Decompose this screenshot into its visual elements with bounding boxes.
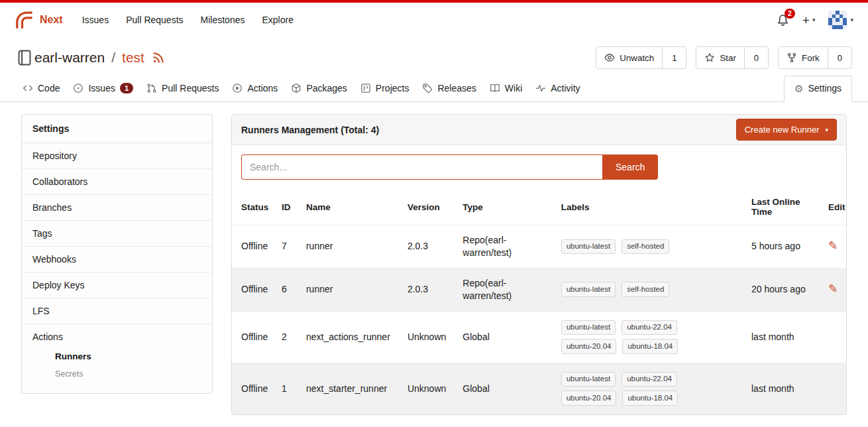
runner-labels: ubuntu-latest self-hosted [561, 239, 704, 255]
runner-row: Offline 6 runner 2.0.3 Repo(earl-warren/… [232, 268, 846, 311]
tab-settings[interactable]: ⚙ Settings [784, 76, 852, 102]
runner-status: Offline [232, 363, 275, 414]
nav-link-issues[interactable]: Issues [74, 9, 117, 30]
notifications-button[interactable]: 2 [777, 14, 789, 27]
forks-count[interactable]: 0 [828, 47, 851, 68]
unwatch-button[interactable]: Unwatch [596, 47, 662, 68]
sidebar-item-tags[interactable]: Tags [22, 221, 212, 247]
fork-button[interactable]: Fork [779, 47, 828, 68]
home-link[interactable]: Next [15, 10, 63, 30]
runners-table: Status ID Name Version Type Labels Last … [232, 189, 846, 414]
repo-actions: Unwatch 1 Star 0 [596, 46, 852, 69]
tab-label: Wiki [505, 83, 522, 93]
tab-label: Issues [88, 83, 115, 93]
notification-count-badge: 2 [785, 9, 795, 19]
tab-releases[interactable]: Releases [415, 77, 482, 101]
runner-name: next_starter_runner [299, 363, 401, 414]
search-input[interactable] [241, 154, 602, 180]
col-header-version: Version [401, 189, 456, 225]
watch-button-group: Unwatch 1 [596, 46, 686, 69]
unwatch-label: Unwatch [620, 53, 654, 63]
issue-icon [73, 83, 83, 93]
runner-name: next_actions_runner [299, 311, 401, 363]
caret-down-icon: ▾ [825, 127, 828, 133]
col-header-name: Name [299, 189, 401, 225]
sidebar-item-repository[interactable]: Repository [22, 143, 212, 169]
repo-owner-link[interactable]: earl-warren [34, 50, 105, 66]
tab-label: Packages [306, 83, 347, 93]
star-icon [704, 52, 715, 63]
tab-activity[interactable]: Activity [529, 77, 586, 101]
repo-title: earl-warren / test [34, 50, 164, 66]
tab-actions[interactable]: Actions [225, 77, 284, 101]
tab-projects[interactable]: Projects [354, 77, 416, 101]
tab-issues[interactable]: Issues 1 [66, 77, 140, 101]
tab-wiki[interactable]: Wiki [483, 77, 529, 101]
nav-link-milestones[interactable]: Milestones [192, 9, 254, 30]
create-new-menu[interactable]: + ▾ [802, 14, 816, 27]
tab-label: Projects [376, 83, 409, 93]
runner-version: Unknown [401, 311, 456, 363]
runner-row: Offline 2 next_actions_runner Unknown Gl… [232, 311, 846, 363]
sidebar-item-webhooks[interactable]: Webhooks [22, 247, 212, 273]
navbar: Next Issues Pull Requests Milestones Exp… [0, 3, 868, 37]
repo-name-link[interactable]: test [122, 50, 144, 66]
create-runner-button[interactable]: Create new Runner ▾ [736, 119, 837, 141]
tab-code[interactable]: Code [16, 77, 66, 101]
runner-status: Offline [232, 268, 275, 311]
package-icon [291, 83, 301, 93]
runner-label-chip: ubuntu-latest [561, 239, 616, 255]
create-runner-label: Create new Runner [745, 125, 820, 135]
runner-last-online: 20 hours ago [745, 268, 822, 311]
pulse-icon [535, 83, 546, 93]
eye-icon [604, 52, 615, 63]
sidebar-item-actions[interactable]: Actions Runners Secrets [22, 324, 212, 393]
sidebar-item-branches[interactable]: Branches [22, 195, 212, 221]
watchers-count[interactable]: 1 [662, 47, 686, 68]
col-header-id: ID [275, 189, 299, 225]
plus-icon: + [802, 14, 810, 27]
runner-row: Offline 1 next_starter_runner Unknown Gl… [232, 363, 846, 414]
tab-label: Releases [437, 83, 476, 93]
tab-label: Settings [808, 83, 841, 93]
tab-packages[interactable]: Packages [284, 77, 353, 101]
runner-label-chip: ubuntu-20.04 [561, 339, 617, 354]
sidebar-subitem-runners[interactable]: Runners [32, 347, 201, 365]
rss-icon[interactable] [152, 52, 164, 64]
user-menu[interactable]: ▾ [828, 11, 853, 29]
sidebar-actions-label[interactable]: Actions [32, 332, 201, 342]
tab-label: Pull Requests [162, 83, 219, 93]
navbar-right: 2 + ▾ ▾ [777, 11, 853, 29]
sidebar-item-deploy-keys[interactable]: Deploy Keys [22, 273, 212, 298]
stars-count[interactable]: 0 [744, 47, 768, 68]
nav-link-pull-requests[interactable]: Pull Requests [117, 9, 191, 30]
sidebar-item-collaborators[interactable]: Collaborators [22, 169, 212, 195]
play-circle-icon [232, 83, 243, 93]
runners-panel: Runners Management (Total: 4) Create new… [231, 114, 847, 415]
sidebar-subitem-secrets[interactable]: Secrets [32, 365, 201, 383]
runner-label-chip: ubuntu-22.04 [622, 320, 677, 336]
edit-runner-icon[interactable]: ✎ [828, 239, 838, 252]
tab-pull-requests[interactable]: Pull Requests [140, 77, 225, 101]
content-area: Settings Repository Collaborators Branch… [0, 102, 868, 415]
tab-label: Actions [247, 83, 278, 93]
search-button[interactable]: Search [602, 154, 658, 180]
star-button[interactable]: Star [696, 47, 743, 68]
col-header-type: Type [456, 189, 554, 225]
forgejo-logo-icon [15, 10, 34, 30]
runner-status: Offline [232, 311, 275, 363]
star-label: Star [720, 53, 735, 63]
runners-panel-header: Runners Management (Total: 4) Create new… [232, 115, 846, 145]
nav-link-explore[interactable]: Explore [253, 9, 301, 30]
runner-type: Repo(earl-warren/test) [456, 268, 554, 311]
caret-down-icon: ▾ [850, 17, 853, 23]
runner-id: 1 [275, 363, 299, 414]
main-nav: Issues Pull Requests Milestones Explore [74, 9, 302, 30]
sidebar-item-lfs[interactable]: LFS [22, 298, 212, 324]
col-header-labels: Labels [555, 189, 745, 225]
runner-last-online: last month [745, 363, 822, 414]
runner-version: 2.0.3 [401, 268, 456, 311]
table-header-row: Status ID Name Version Type Labels Last … [232, 189, 846, 225]
edit-runner-icon[interactable]: ✎ [828, 282, 838, 295]
runner-label-chip: ubuntu-20.04 [561, 391, 617, 406]
